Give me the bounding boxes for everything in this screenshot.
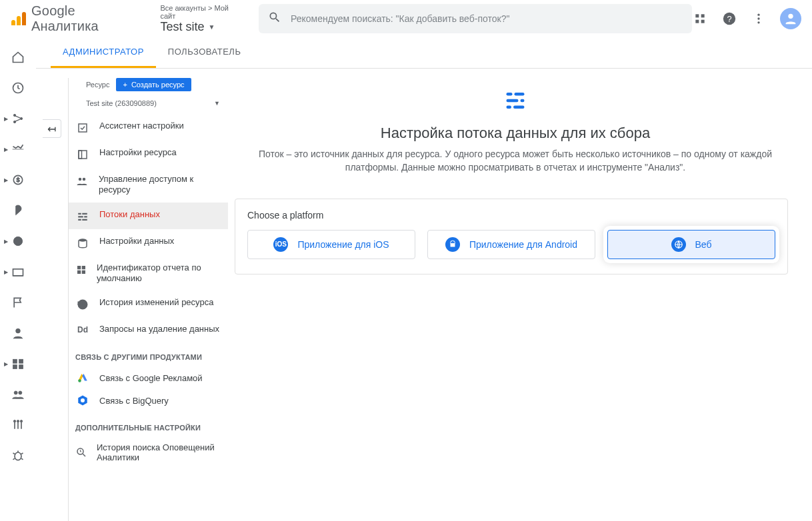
menu-label: Управление доступом к ресурсу bbox=[99, 174, 221, 196]
link-label: Связь с BigQuery bbox=[99, 396, 169, 406]
menu-data-deletion[interactable]: Dd Запросы на удаление данных bbox=[69, 317, 228, 341]
rail-conversions-icon[interactable]: ▶ bbox=[10, 141, 26, 157]
svg-rect-44 bbox=[82, 270, 85, 273]
people-icon bbox=[75, 175, 89, 187]
svg-rect-34 bbox=[78, 213, 81, 214]
more-icon[interactable] bbox=[751, 11, 767, 27]
platform-android-button[interactable]: Приложение для Android bbox=[427, 230, 595, 259]
data-stream-hero-icon bbox=[503, 89, 527, 115]
rail-debug-icon[interactable] bbox=[10, 448, 26, 464]
platform-web-button[interactable]: Веб bbox=[607, 230, 775, 259]
history-icon bbox=[75, 298, 90, 310]
apps-icon[interactable] bbox=[692, 11, 708, 27]
rail-configure-icon[interactable] bbox=[10, 417, 26, 433]
rail-events-icon[interactable]: ▶ bbox=[10, 111, 26, 127]
menu-setup-assistant[interactable]: Ассистент настройки bbox=[69, 114, 228, 141]
menu-change-history[interactable]: История изменений ресурса bbox=[69, 290, 228, 317]
svg-rect-19 bbox=[13, 359, 17, 363]
svg-rect-17 bbox=[13, 269, 23, 276]
svg-point-24 bbox=[19, 391, 22, 394]
link-bigquery[interactable]: Связь с BigQuery bbox=[69, 389, 228, 412]
resource-label: Ресурс bbox=[86, 81, 109, 89]
search-placeholder: Рекомендуем поискать: "Как добавить веб-… bbox=[291, 13, 509, 24]
svg-point-7 bbox=[757, 17, 759, 19]
svg-rect-49 bbox=[507, 93, 513, 96]
svg-rect-20 bbox=[19, 359, 23, 363]
caret-down-icon: ▼ bbox=[208, 23, 215, 31]
resource-select[interactable]: Test site (263090889) ▼ bbox=[86, 95, 221, 114]
create-resource-button[interactable]: + Создать ресурс bbox=[116, 78, 191, 91]
link-label: История поиска Оповещений Аналитики bbox=[97, 442, 221, 462]
page-title: Настройка потока данных для их сбора bbox=[381, 125, 650, 142]
back-button[interactable]: ↤ bbox=[43, 119, 61, 138]
svg-point-8 bbox=[757, 21, 759, 23]
menu-default-report-id[interactable]: Идентификатор отчета по умолчанию bbox=[69, 256, 228, 291]
svg-point-40 bbox=[79, 239, 87, 242]
product-logo[interactable]: Google Аналитика bbox=[5, 3, 141, 34]
menu-label: Ассистент настройки bbox=[99, 121, 184, 131]
resource-column: Ресурс + Создать ресурс Test site (26309… bbox=[68, 78, 228, 521]
platform-ios-button[interactable]: iOS Приложение для iOS bbox=[247, 230, 415, 259]
rail-monetization-icon[interactable]: ▶$ bbox=[10, 172, 26, 188]
tab-user[interactable]: ПОЛЬЗОВАТЕЛЬ bbox=[156, 37, 253, 68]
ios-icon: iOS bbox=[273, 237, 288, 252]
svg-rect-30 bbox=[79, 151, 87, 159]
section-product-links: СВЯЗЬ С ДРУГИМИ ПРОДУКТАМИ bbox=[69, 341, 228, 366]
choose-platform-label: Choose a platform bbox=[247, 210, 775, 221]
link-google-ads[interactable]: Связь с Google Рекламой bbox=[69, 366, 228, 389]
rail-home-icon[interactable] bbox=[10, 49, 26, 65]
menu-data-settings[interactable]: Настройки данных bbox=[69, 229, 228, 256]
rail-retention-icon[interactable]: ▶ bbox=[10, 264, 26, 280]
menu-label: Идентификатор отчета по умолчанию bbox=[97, 262, 221, 284]
content-area: Настройка потока данных для их сбора Пот… bbox=[228, 78, 803, 521]
rail-engagement-icon[interactable]: ▶ bbox=[10, 233, 26, 249]
menu-property-settings[interactable]: Настройки ресурса bbox=[69, 141, 228, 167]
avatar[interactable] bbox=[780, 8, 801, 29]
svg-point-16 bbox=[13, 237, 22, 245]
menu-label: Потоки данных bbox=[99, 209, 160, 220]
svg-rect-36 bbox=[78, 216, 83, 217]
svg-text:?: ? bbox=[727, 14, 731, 24]
menu-data-streams[interactable]: Потоки данных bbox=[69, 203, 228, 229]
streams-icon bbox=[75, 211, 90, 223]
tab-admin[interactable]: АДМИНИСТРАТОР bbox=[51, 37, 156, 68]
settings-box-icon bbox=[75, 149, 90, 161]
page-subtitle: Поток – это источник данных для ресурса.… bbox=[242, 147, 789, 175]
svg-point-25 bbox=[13, 420, 15, 422]
account-title: Test site bbox=[160, 20, 204, 34]
svg-point-6 bbox=[757, 14, 759, 16]
plus-icon: + bbox=[123, 81, 127, 89]
account-picker[interactable]: Все аккаунты > Мой сайт Test site ▼ bbox=[160, 4, 243, 34]
rail-audiences-icon[interactable] bbox=[10, 386, 26, 402]
rail-user-icon[interactable] bbox=[10, 325, 26, 341]
svg-point-32 bbox=[79, 178, 82, 181]
svg-rect-53 bbox=[507, 106, 512, 109]
search-input[interactable]: Рекомендуем поискать: "Как добавить веб-… bbox=[259, 4, 692, 33]
platform-label: Приложение для Android bbox=[469, 239, 577, 250]
section-additional: ДОПОЛНИТЕЛЬНЫЕ НАСТРОЙКИ bbox=[69, 412, 228, 437]
svg-point-45 bbox=[78, 380, 81, 383]
menu-label: История изменений ресурса bbox=[99, 297, 213, 308]
link-label: Связь с Google Рекламой bbox=[99, 373, 203, 383]
menu-access-management[interactable]: Управление доступом к ресурсу bbox=[69, 167, 228, 203]
rail-explore-icon[interactable]: ▶ bbox=[10, 356, 26, 372]
google-ads-icon bbox=[75, 372, 90, 384]
web-icon bbox=[671, 237, 686, 252]
create-resource-label: Создать ресурс bbox=[131, 81, 185, 89]
svg-rect-42 bbox=[82, 266, 85, 269]
rail-flag-icon[interactable] bbox=[10, 294, 26, 310]
android-icon bbox=[445, 237, 460, 252]
svg-rect-38 bbox=[78, 219, 81, 220]
menu-label: Запросы на удаление данных bbox=[99, 324, 219, 334]
help-icon[interactable]: ? bbox=[721, 11, 737, 27]
report-id-icon bbox=[75, 264, 87, 276]
svg-rect-1 bbox=[701, 14, 705, 17]
link-search-history[interactable]: История поиска Оповещений Аналитики bbox=[69, 437, 228, 468]
svg-rect-50 bbox=[515, 93, 525, 96]
rail-acquisition-icon[interactable] bbox=[10, 203, 26, 219]
svg-point-33 bbox=[83, 178, 86, 181]
svg-rect-29 bbox=[79, 124, 87, 132]
svg-rect-0 bbox=[695, 14, 699, 17]
svg-point-9 bbox=[788, 14, 793, 19]
rail-realtime-icon[interactable] bbox=[10, 80, 26, 96]
